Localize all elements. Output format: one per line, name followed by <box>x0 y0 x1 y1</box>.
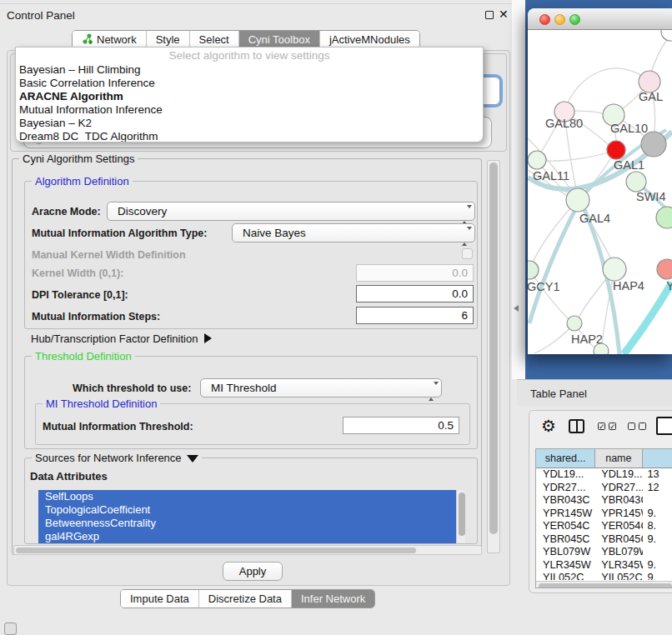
table-cell[interactable]: YER054C <box>536 520 595 533</box>
column-header-name[interactable]: name <box>595 449 642 468</box>
network-node[interactable] <box>641 132 666 157</box>
close-icon[interactable]: ✕ <box>499 8 509 21</box>
panel-splitter[interactable] <box>512 0 525 379</box>
table-row[interactable]: YIL052CYIL052C9. <box>536 572 672 580</box>
table-cell[interactable]: YLR345W <box>595 559 642 572</box>
table-cell[interactable]: YDL19... <box>536 468 595 482</box>
table-cell[interactable]: YLR345W <box>536 559 595 572</box>
algorithm-option[interactable]: ARACNE Algorithm <box>16 90 483 103</box>
table-cell[interactable]: YBL079W <box>536 546 595 559</box>
attributes-list-scrollbar[interactable] <box>456 490 465 543</box>
attribute-list-item[interactable]: BetweennessCentrality <box>38 517 456 530</box>
scroll-thumb[interactable] <box>489 162 498 534</box>
tab-select[interactable]: Select <box>189 31 238 48</box>
apply-button[interactable]: Apply <box>223 562 283 581</box>
scroll-thumb[interactable] <box>539 583 672 589</box>
sources-group-title[interactable]: Sources for Network Inference <box>32 452 202 464</box>
table-row[interactable]: YPR145WYPR145W9. <box>536 508 672 521</box>
table-cell[interactable]: 9. <box>643 533 672 547</box>
mi-steps-field[interactable]: 6 <box>356 307 474 324</box>
tab-network[interactable]: Network <box>73 31 146 48</box>
column-view-icon[interactable] <box>569 419 584 433</box>
table-cell[interactable] <box>643 546 672 559</box>
scroll-thumb[interactable] <box>459 492 465 536</box>
unselect-all-columns-icon[interactable] <box>628 422 646 430</box>
network-node[interactable] <box>528 261 539 279</box>
attribute-list-item[interactable]: SelfLoops <box>38 490 456 503</box>
table-cell[interactable]: YDR27... <box>595 482 642 495</box>
network-node[interactable] <box>566 188 589 212</box>
table-row[interactable]: YBL079WYBL079W <box>536 546 672 559</box>
network-node[interactable] <box>594 343 609 354</box>
table-cell[interactable]: YDR27... <box>536 482 595 495</box>
hub-definition-toggle[interactable]: Hub/Transcription Factor Definition <box>31 332 212 345</box>
network-node[interactable] <box>607 141 625 159</box>
table-cell[interactable]: YIL052C <box>595 572 642 580</box>
network-node[interactable] <box>656 207 672 228</box>
table-cell[interactable]: YBL079W <box>595 546 642 559</box>
table-row[interactable]: YER054CYER054C8. <box>536 520 672 533</box>
aracne-mode-combo[interactable]: Discovery <box>107 202 475 221</box>
mac-zoom-icon[interactable] <box>569 14 580 25</box>
tab-cyni-toolbox[interactable]: Cyni Toolbox <box>238 31 319 48</box>
table-row[interactable]: YBR045CYBR045C9. <box>536 533 672 547</box>
algorithm-option[interactable]: Bayesian – K2 <box>16 117 483 130</box>
table-cell[interactable]: 9. <box>643 508 672 521</box>
settings-vertical-scrollbar[interactable] <box>487 160 500 553</box>
network-window-titlebar[interactable] <box>528 8 672 30</box>
mi-threshold-field[interactable]: 0.5 <box>343 417 459 434</box>
table-cell[interactable]: YBR045C <box>595 533 642 547</box>
table-cell[interactable]: 9. <box>643 559 672 572</box>
table-horizontal-scrollbar[interactable] <box>536 581 672 588</box>
manual-kernel-checkbox[interactable] <box>462 248 473 259</box>
tab-style[interactable]: Style <box>146 31 189 48</box>
network-node[interactable] <box>567 316 582 331</box>
table-cell[interactable]: YPR145W <box>595 508 642 521</box>
table-cell[interactable]: YER054C <box>595 520 642 533</box>
bottom-left-grip-icon[interactable] <box>4 622 17 635</box>
table-cell[interactable]: YBR043C <box>536 494 595 508</box>
column-header-clipped[interactable] <box>643 449 672 468</box>
select-all-columns-icon[interactable]: ✓✓ <box>598 422 616 430</box>
network-node[interactable] <box>661 30 672 41</box>
table-cell[interactable]: YIL052C <box>536 572 595 580</box>
column-header-shared-name[interactable]: shared... <box>536 449 595 468</box>
table-cell[interactable]: YPR145W <box>536 508 595 521</box>
settings-horizontal-scrollbar[interactable] <box>13 545 482 555</box>
network-node[interactable] <box>603 258 626 281</box>
dpi-tolerance-field[interactable]: 0.0 <box>356 285 474 302</box>
tab-jactivemnodules[interactable]: jActiveMNodules <box>319 31 419 48</box>
mac-close-icon[interactable] <box>539 14 550 25</box>
table-cell[interactable] <box>643 494 672 508</box>
table-cell[interactable]: YBR043C <box>595 494 642 508</box>
table-row[interactable]: YBR043CYBR043C <box>536 494 672 508</box>
float-window-icon[interactable] <box>485 11 494 19</box>
table-cell[interactable]: 8. <box>643 520 672 533</box>
scroll-thumb[interactable] <box>16 548 416 553</box>
table-row[interactable]: YLR345WYLR345W9. <box>536 559 672 572</box>
table-row[interactable]: YDL19...YDL19...13 <box>536 468 672 482</box>
network-canvas[interactable]: GALGAL80GAL10GAL1GAL11GAL4SWI4GCY1HAP4YH… <box>528 30 672 354</box>
network-view-window[interactable]: GALGAL80GAL10GAL1GAL11GAL4SWI4GCY1HAP4YH… <box>528 8 672 354</box>
document-icon[interactable] <box>656 417 672 435</box>
table-cell[interactable]: YBR045C <box>536 533 595 547</box>
gear-icon[interactable]: ⚙ <box>541 416 556 436</box>
which-threshold-combo[interactable]: MI Threshold <box>200 378 442 398</box>
kernel-width-field[interactable]: 0.0 <box>356 264 474 282</box>
table-cell[interactable]: YDL19... <box>595 468 642 482</box>
attribute-list-item[interactable]: gal4RGexp <box>38 530 456 543</box>
attribute-list-item[interactable]: TopologicalCoefficient <box>38 503 456 517</box>
network-node[interactable] <box>626 172 646 192</box>
table-cell[interactable]: 12 <box>643 482 672 495</box>
splitter-collapse-icon[interactable] <box>514 305 519 312</box>
tab-infer-network[interactable]: Infer Network <box>291 590 374 608</box>
algorithm-option[interactable]: Mutual Information Inference <box>16 103 483 117</box>
table-row[interactable]: YDR27...YDR27...12 <box>536 482 672 495</box>
tab-discretize-data[interactable]: Discretize Data <box>198 590 291 608</box>
mac-minimize-icon[interactable] <box>554 14 565 25</box>
mi-type-combo[interactable]: Naive Bayes <box>232 223 475 242</box>
network-node[interactable] <box>528 151 546 169</box>
algorithm-option[interactable]: Bayesian – Hill Climbing <box>16 63 483 77</box>
table-cell[interactable]: 9. <box>643 572 672 580</box>
algorithm-option[interactable]: Basic Correlation Inference <box>16 77 483 90</box>
